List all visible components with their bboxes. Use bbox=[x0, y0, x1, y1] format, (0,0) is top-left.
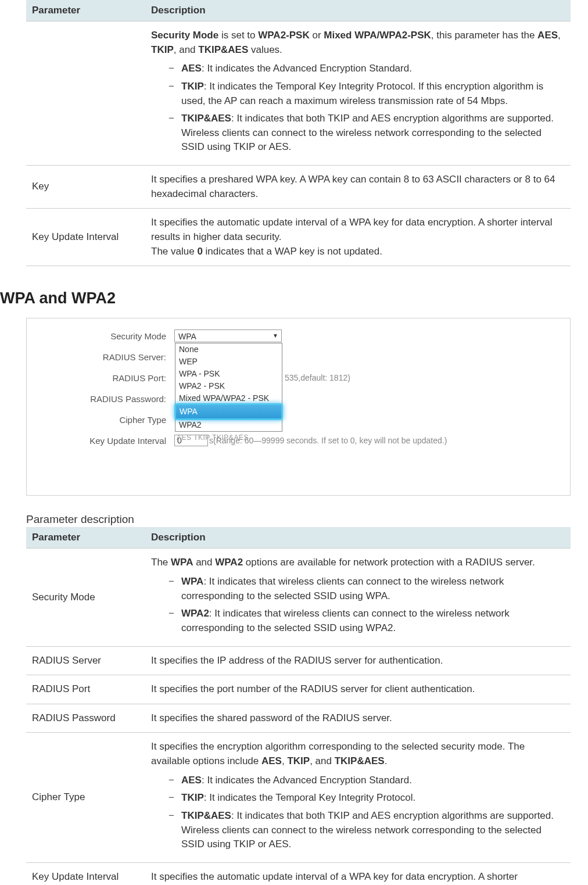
table2-header-desc: Description bbox=[145, 527, 571, 549]
param-radius-server: RADIUS Server bbox=[26, 646, 145, 675]
table-row: Cipher Type It specifies the encryption … bbox=[26, 733, 571, 862]
param-key-desc: It specifies a preshared WPA key. A WPA … bbox=[145, 166, 571, 209]
param-key-update-interval-2: Key Update Interval bbox=[26, 862, 145, 885]
security-mode-select[interactable]: WPA ▼ bbox=[174, 329, 282, 342]
param-key: Key bbox=[26, 166, 145, 209]
dropdown-option-wpa2-psk[interactable]: WPA2 - PSK bbox=[175, 380, 282, 392]
param-table-1: Parameter Description Security Mode is s… bbox=[26, 0, 571, 266]
dropdown-option-wpa2[interactable]: WPA2 bbox=[175, 419, 282, 431]
table-row: RADIUS Port It specifies the port number… bbox=[26, 675, 571, 704]
cipher-type-options-overlay: AES TKIP TKIP&AES bbox=[177, 433, 249, 442]
param-radius-port: RADIUS Port bbox=[26, 675, 145, 704]
dropdown-option-wpa[interactable]: WPA bbox=[175, 403, 282, 420]
param-key-update-interval-desc: It specifies the automatic update interv… bbox=[145, 209, 571, 266]
table-row: Key Update Interval It specifies the aut… bbox=[26, 862, 571, 885]
table1-header-param: Parameter bbox=[26, 0, 145, 22]
list-item: TKIP: It indicates the Temporal Key Inte… bbox=[168, 791, 565, 805]
param-radius-password-desc: It specifies the shared password of the … bbox=[145, 704, 571, 733]
param-table-2: Parameter Description Security Mode The … bbox=[26, 527, 571, 885]
label-radius-server: RADIUS Server: bbox=[27, 352, 174, 362]
security-mode-screenshot: Security Mode WPA ▼ RADIUS Server: RADIU… bbox=[26, 318, 571, 496]
param-radius-server-desc: It specifies the IP address of the RADIU… bbox=[145, 646, 571, 675]
list-item: TKIP: It indicates the Temporal Key Inte… bbox=[168, 80, 565, 108]
security-mode-dropdown[interactable]: None WEP WPA - PSK WPA2 - PSK Mixed WPA/… bbox=[175, 343, 282, 431]
param-radius-password: RADIUS Password bbox=[26, 704, 145, 733]
radius-port-hint: 535,default: 1812) bbox=[285, 373, 350, 382]
security-mode-intro: The WPA and WPA2 options are available f… bbox=[151, 557, 535, 568]
section-heading-wpa-wpa2: WPA and WPA2 bbox=[0, 289, 571, 307]
param-key-update-interval: Key Update Interval bbox=[26, 209, 145, 266]
param-security-mode: Security Mode bbox=[26, 549, 145, 646]
list-item: AES: It indicates the Advanced Encryptio… bbox=[168, 62, 565, 76]
cipher-intro: Security Mode is set to WPA2-PSK or Mixe… bbox=[151, 30, 561, 55]
dropdown-option-none[interactable]: None bbox=[175, 343, 282, 356]
label-security-mode: Security Mode bbox=[27, 331, 174, 341]
param-radius-port-desc: It specifies the port number of the RADI… bbox=[145, 675, 571, 704]
list-item: TKIP&AES: It indicates that both TKIP an… bbox=[168, 112, 565, 155]
label-radius-password: RADIUS Password: bbox=[27, 394, 174, 404]
table-row: RADIUS Password It specifies the shared … bbox=[26, 704, 571, 733]
label-radius-port: RADIUS Port: bbox=[27, 373, 174, 383]
list-item: TKIP&AES: It indicates that both TKIP an… bbox=[168, 809, 565, 852]
table-row: Key Update Interval It specifies the aut… bbox=[26, 209, 571, 266]
label-cipher-type: Cipher Type bbox=[27, 415, 174, 425]
table2-header-param: Parameter bbox=[26, 527, 145, 549]
dropdown-option-mixed[interactable]: Mixed WPA/WPA2 - PSK bbox=[175, 392, 282, 404]
dropdown-option-wep[interactable]: WEP bbox=[175, 356, 282, 368]
list-item: WPA: It indicates that wireless clients … bbox=[168, 575, 565, 603]
table-row: RADIUS Server It specifies the IP addres… bbox=[26, 646, 571, 675]
param-key-update-interval-2-desc: It specifies the automatic update interv… bbox=[145, 862, 571, 885]
cipher-type-intro: It specifies the encryption algorithm co… bbox=[151, 741, 525, 766]
chevron-down-icon: ▼ bbox=[271, 332, 279, 340]
table1-header-desc: Description bbox=[145, 0, 571, 22]
list-item: AES: It indicates the Advanced Encryptio… bbox=[168, 773, 565, 788]
dropdown-option-wpa-psk[interactable]: WPA - PSK bbox=[175, 368, 282, 380]
param-cipher-type: Cipher Type bbox=[26, 733, 145, 862]
table-row: Key It specifies a preshared WPA key. A … bbox=[26, 166, 571, 209]
table2-caption: Parameter description bbox=[26, 513, 571, 526]
table-row: Security Mode The WPA and WPA2 options a… bbox=[26, 549, 571, 646]
table-row: Security Mode is set to WPA2-PSK or Mixe… bbox=[26, 22, 571, 166]
list-item: WPA2: It indicates that wireless clients… bbox=[168, 607, 565, 635]
label-key-update-interval: Key Update Interval bbox=[27, 436, 174, 446]
